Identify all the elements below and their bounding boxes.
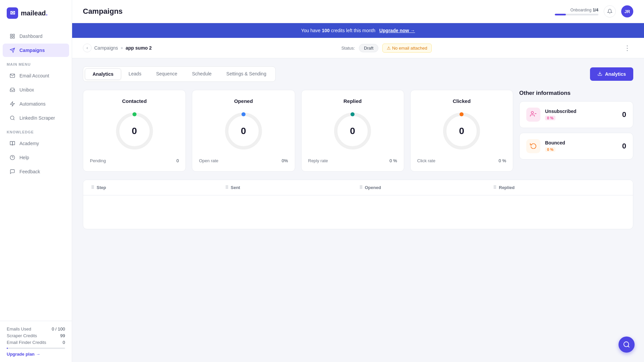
stat-value-replied: 0	[350, 126, 355, 136]
stat-footer-clicked: Click rate 0 %	[417, 158, 506, 163]
tab-analytics[interactable]: Analytics	[85, 68, 121, 80]
stat-title-replied: Replied	[308, 98, 397, 104]
stat-title-contacted: Contacted	[90, 98, 179, 104]
sidebar-item-label: Unibox	[19, 87, 34, 93]
unsubscribed-label: Unsubscribed	[545, 109, 618, 114]
onboarding-section: Onboarding 1/4	[555, 8, 598, 15]
sidebar-item-unibox[interactable]: Unibox	[3, 83, 69, 97]
donut-contacted: 0	[90, 109, 179, 153]
sidebar-nav: Dashboard Campaigns MAIN MENU Email Acco…	[0, 26, 72, 321]
breadcrumb-back-button[interactable]: ‹	[83, 44, 92, 52]
stat-value-clicked: 0	[459, 126, 465, 136]
sidebar-item-academy[interactable]: Academy	[3, 137, 69, 150]
tab-leads[interactable]: Leads	[121, 68, 149, 80]
table-section: Step Sent Opened	[83, 180, 633, 229]
chat-button[interactable]	[619, 337, 635, 353]
bounced-icon-wrap	[526, 139, 540, 153]
bounced-meta: Bounced 0 %	[545, 140, 618, 152]
svg-rect-0	[10, 34, 12, 36]
sidebar: ✉ mailead. Dashboard Campaigns MAIN MENU…	[0, 0, 72, 362]
svg-rect-1	[13, 34, 14, 36]
stat-title-opened: Opened	[199, 98, 288, 104]
top-header: Campaigns Onboarding 1/4 JR	[72, 0, 644, 23]
credits-progress-bar	[7, 348, 65, 349]
upgrade-plan-link[interactable]: Upgrade plan →	[7, 352, 65, 357]
stat-card-opened: Opened 0 Open rate 0%	[192, 90, 295, 172]
banner-cta[interactable]: Upgrade now →	[379, 28, 415, 33]
sidebar-item-campaigns[interactable]: Campaigns	[3, 44, 69, 57]
linkedin-icon	[9, 115, 15, 121]
onboarding-bar	[555, 14, 598, 15]
logo-text: mailead.	[21, 9, 48, 17]
reply-rate-value: 0 %	[389, 158, 397, 163]
sidebar-item-feedback[interactable]: Feedback	[3, 165, 69, 178]
breadcrumb-root[interactable]: Campaigns	[94, 45, 118, 51]
send-icon	[9, 47, 15, 53]
svg-point-8	[10, 116, 14, 120]
breadcrumb-current: app sumo 2	[126, 45, 152, 51]
inbox-icon	[9, 87, 15, 93]
stats-grid: Contacted 0 Pending 0 Opened	[83, 90, 633, 172]
download-icon	[597, 71, 602, 77]
bounced-value: 0	[622, 142, 626, 150]
sidebar-item-label: Help	[19, 155, 29, 160]
sidebar-item-email-account[interactable]: Email Account	[3, 69, 69, 82]
sidebar-item-automations[interactable]: Automations	[3, 97, 69, 111]
pending-label: Pending	[90, 158, 106, 163]
bounced-pct: 0 %	[545, 147, 555, 152]
onboarding-count: 1/4	[593, 8, 598, 12]
emails-used-value: 0 / 100	[52, 326, 65, 331]
sidebar-item-label: LinkedIn Scraper	[19, 115, 55, 121]
col-step-label: Step	[97, 185, 106, 190]
sidebar-item-linkedin-scraper[interactable]: LinkedIn Scraper	[3, 111, 69, 125]
stat-footer-opened: Open rate 0%	[199, 158, 288, 163]
svg-point-24	[460, 112, 464, 116]
other-info-card: Other informations Unsubscribed 0 % 0	[519, 90, 633, 164]
svg-point-51	[624, 342, 629, 347]
stat-footer-replied: Reply rate 0 %	[308, 158, 397, 163]
sidebar-item-dashboard[interactable]: Dashboard	[3, 29, 69, 43]
arrow-right-icon: →	[36, 352, 40, 357]
emails-used-label: Emails Used	[7, 326, 31, 331]
main-menu-label: MAIN MENU	[0, 58, 72, 68]
stat-value-opened: 0	[241, 126, 246, 136]
scraper-credits-value: 99	[60, 333, 65, 338]
campaign-header: ‹ Campaigns » app sumo 2 Status: Draft ⚠…	[72, 38, 644, 58]
list-icon	[90, 185, 95, 190]
export-analytics-button[interactable]: Analytics	[590, 67, 633, 81]
email-finder-label: Email Finder Credits	[7, 340, 46, 345]
table-header: Step Sent Opened	[83, 180, 633, 195]
sidebar-item-label: Feedback	[19, 169, 40, 174]
warning-badge: ⚠ No email attached	[382, 44, 431, 53]
header-right: Onboarding 1/4 JR	[555, 5, 633, 17]
logo[interactable]: ✉ mailead.	[0, 0, 72, 26]
book-icon	[9, 140, 15, 146]
svg-point-15	[132, 112, 137, 116]
donut-replied: 0	[308, 109, 397, 153]
click-rate-value: 0 %	[499, 158, 506, 163]
open-rate-label: Open rate	[199, 158, 218, 163]
tab-sequence[interactable]: Sequence	[149, 68, 184, 80]
sort-icon-replied	[492, 185, 497, 190]
sidebar-item-label: Campaigns	[19, 48, 45, 53]
tab-schedule[interactable]: Schedule	[184, 68, 219, 80]
svg-line-9	[13, 119, 14, 120]
sort-icon-sent	[224, 185, 229, 190]
email-finder-value: 0	[63, 340, 65, 345]
upgrade-plan-label: Upgrade plan	[7, 352, 35, 357]
avatar[interactable]: JR	[621, 5, 633, 17]
col-replied-label: Replied	[499, 185, 515, 190]
col-opened-label: Opened	[365, 185, 381, 190]
more-options-button[interactable]: ⋮	[621, 43, 633, 53]
unsubscribed-pct: 0 %	[545, 116, 555, 120]
donut-clicked: 0	[417, 109, 506, 153]
tab-settings-sending[interactable]: Settings & Sending	[219, 68, 274, 80]
notification-button[interactable]	[604, 5, 616, 17]
svg-rect-2	[10, 37, 12, 38]
export-analytics-label: Analytics	[605, 71, 626, 77]
sidebar-bottom: Emails Used 0 / 100 Scraper Credits 99 E…	[0, 321, 72, 362]
sidebar-item-help[interactable]: Help	[3, 151, 69, 164]
page-title: Campaigns	[83, 7, 123, 16]
credits-bar-fill	[7, 348, 8, 349]
bounce-icon	[530, 142, 537, 150]
